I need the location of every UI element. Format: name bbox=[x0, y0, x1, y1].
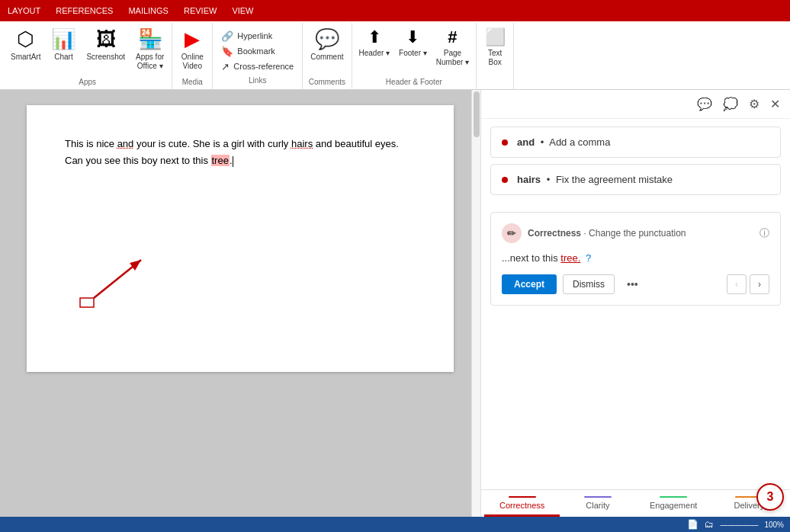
document-body[interactable]: This is nice and your is cute. She is a … bbox=[65, 136, 416, 169]
clarity-tab-label: Clarity bbox=[586, 501, 609, 510]
ribbon: LAYOUT REFERENCES MAILINGS REVIEW VIEW bbox=[0, 0, 790, 90]
tab-review[interactable]: REVIEW bbox=[176, 3, 224, 18]
tab-mailings[interactable]: MAILINGS bbox=[120, 3, 176, 18]
hyperlink-button[interactable]: 🔗 Hyperlink bbox=[219, 29, 296, 43]
suggestion-dot-hairs bbox=[502, 177, 508, 183]
suggestion-action-and: Add a comma bbox=[549, 136, 610, 148]
svg-marker-2 bbox=[130, 260, 141, 271]
zoom-level: 100% bbox=[764, 521, 784, 529]
suggestion-action-hairs: Fix the agreement mistake bbox=[556, 174, 673, 185]
annotation-arrow bbox=[72, 252, 164, 326]
cross-reference-label: Cross-reference bbox=[233, 62, 294, 71]
dismiss-button[interactable]: Dismiss bbox=[563, 274, 615, 294]
text-group-label bbox=[480, 86, 510, 88]
chart-label: Chart bbox=[54, 53, 72, 61]
tab-view[interactable]: VIEW bbox=[224, 3, 261, 18]
engagement-tab-bar bbox=[660, 496, 687, 498]
doc-view-icon[interactable]: 📄 bbox=[687, 519, 698, 530]
screenshot-label: Screenshot bbox=[86, 53, 125, 61]
comments-group-label: Comments bbox=[306, 78, 348, 88]
tab-correctness[interactable]: Correctness bbox=[484, 490, 560, 517]
header-label: Header ▾ bbox=[359, 49, 390, 57]
illustrations-group: ⬡ SmartArt 📊 Chart 🖼 Screenshot 🏪 Apps f… bbox=[3, 23, 172, 90]
clarity-tab-bar bbox=[584, 496, 612, 498]
prev-arrow-button[interactable]: ‹ bbox=[727, 274, 747, 294]
correctness-tab-bar bbox=[509, 496, 536, 498]
screenshot-icon: 🖼 bbox=[96, 27, 116, 51]
cursor bbox=[233, 156, 233, 167]
detail-card-action: Change the punctuation bbox=[589, 228, 686, 239]
tab-engagement[interactable]: Engagement bbox=[636, 490, 711, 517]
header-footer-group: ⬆ Header ▾ ⬇ Footer ▾ # PageNumber ▾ Hea… bbox=[352, 23, 477, 90]
suggestion-item-and[interactable]: and • Add a comma bbox=[490, 127, 781, 158]
tab-clarity[interactable]: Clarity bbox=[560, 490, 635, 517]
media-group: ▶ OnlineVideo Media bbox=[172, 23, 213, 90]
bookmark-label: Bookmark bbox=[237, 46, 275, 56]
info-icon[interactable]: ⓘ bbox=[759, 226, 769, 240]
suggestion-item-hairs[interactable]: hairs • Fix the agreement mistake bbox=[490, 164, 781, 195]
apps-for-office-button[interactable]: 🏪 Apps forOffice ▾ bbox=[131, 24, 169, 74]
footer-button[interactable]: ⬇ Footer ▾ bbox=[395, 24, 431, 60]
close-panel-button[interactable]: ✕ bbox=[768, 95, 782, 114]
online-video-button[interactable]: ▶ OnlineVideo bbox=[175, 24, 209, 74]
right-panel: 💬 💭 ⚙ ✕ and • Add a comma bbox=[480, 90, 790, 517]
text-box-label: TextBox bbox=[488, 49, 502, 67]
scrollbar-thumb[interactable] bbox=[474, 91, 480, 137]
tab-references[interactable]: REFERENCES bbox=[48, 3, 120, 18]
layout-icon[interactable]: 🗂 bbox=[705, 519, 714, 530]
suggestion-keyword-hairs: hairs bbox=[517, 174, 541, 185]
smartart-icon: ⬡ bbox=[17, 27, 34, 51]
screenshot-button[interactable]: 🖼 Screenshot bbox=[82, 24, 130, 64]
next-arrow-button[interactable]: › bbox=[750, 274, 769, 294]
detail-actions: Accept Dismiss ••• ‹ › bbox=[502, 274, 769, 294]
suggestion-separator-and: • bbox=[541, 136, 544, 148]
footer-label: Footer ▾ bbox=[399, 49, 427, 57]
more-button[interactable]: ••• bbox=[621, 275, 644, 293]
page-number-label: PageNumber ▾ bbox=[436, 49, 469, 67]
smartart-label: SmartArt bbox=[11, 53, 40, 61]
svg-rect-0 bbox=[80, 298, 94, 307]
smartart-button[interactable]: ⬡ SmartArt bbox=[6, 24, 45, 64]
detail-card: ✏ Correctness · Change the punctuation ⓘ… bbox=[490, 212, 781, 306]
suggestion-text-and: and • Add a comma bbox=[517, 136, 610, 148]
hyperlink-icon: 🔗 bbox=[221, 30, 233, 42]
comment-button[interactable]: 💬 Comment bbox=[306, 24, 348, 64]
panel-header: 💬 💭 ⚙ ✕ bbox=[481, 90, 790, 119]
header-button[interactable]: ⬆ Header ▾ bbox=[355, 24, 394, 60]
context-highlighted[interactable]: tree. bbox=[560, 252, 580, 264]
correctness-icon-circle: ✏ bbox=[502, 223, 522, 243]
bookmark-button[interactable]: 🔖 Bookmark bbox=[219, 44, 296, 59]
header-icon: ⬆ bbox=[368, 27, 381, 47]
settings-panel-icon[interactable]: ⚙ bbox=[747, 95, 762, 114]
badge-count: 3 bbox=[767, 490, 774, 504]
zoom-slider[interactable]: ————— bbox=[720, 521, 758, 529]
page-number-icon: # bbox=[448, 27, 457, 47]
underline-and: and bbox=[117, 138, 134, 149]
chart-button[interactable]: 📊 Chart bbox=[47, 24, 80, 64]
error-badge[interactable]: 3 bbox=[756, 483, 784, 511]
nav-arrows: ‹ › bbox=[727, 274, 769, 294]
text-box-button[interactable]: ⬜ TextBox bbox=[480, 24, 510, 70]
question-mark-icon: ? bbox=[586, 252, 591, 264]
detail-card-title: Correctness · Change the punctuation bbox=[528, 228, 686, 239]
status-bar: 📄 🗂 ————— 100% bbox=[0, 517, 790, 532]
footer-icon: ⬇ bbox=[406, 27, 419, 47]
online-video-label: OnlineVideo bbox=[181, 53, 204, 71]
scrollbar-track[interactable] bbox=[471, 90, 480, 517]
comment-panel-icon[interactable]: 💬 bbox=[695, 95, 715, 114]
apps-for-office-label: Apps forOffice ▾ bbox=[136, 53, 164, 71]
ribbon-content: ⬡ SmartArt 📊 Chart 🖼 Screenshot 🏪 Apps f… bbox=[0, 21, 790, 90]
underline-hairs: hairs bbox=[291, 138, 313, 149]
tab-layout[interactable]: LAYOUT bbox=[0, 3, 48, 18]
hyperlink-label: Hyperlink bbox=[237, 31, 272, 40]
svg-line-1 bbox=[94, 260, 141, 298]
chart-icon: 📊 bbox=[51, 27, 75, 51]
chat-panel-icon[interactable]: 💭 bbox=[721, 95, 740, 114]
cross-reference-button[interactable]: ↗ Cross-reference bbox=[219, 59, 296, 74]
suggestion-separator-hairs: • bbox=[547, 174, 551, 185]
ribbon-tab-bar: LAYOUT REFERENCES MAILINGS REVIEW VIEW bbox=[0, 0, 790, 21]
page-number-button[interactable]: # PageNumber ▾ bbox=[432, 24, 473, 70]
accept-button[interactable]: Accept bbox=[502, 274, 557, 294]
online-video-icon: ▶ bbox=[185, 27, 200, 51]
suggestions-list: and • Add a comma hairs • Fix the agreem… bbox=[481, 119, 790, 209]
